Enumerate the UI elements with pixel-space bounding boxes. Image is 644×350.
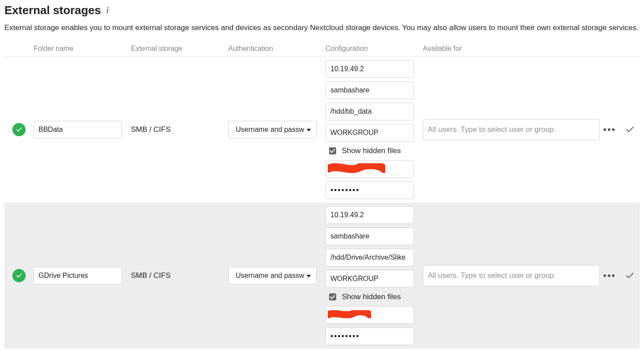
config-username-input[interactable] bbox=[326, 160, 414, 178]
config-share-input[interactable] bbox=[326, 81, 414, 99]
available-for-input[interactable] bbox=[423, 265, 600, 286]
ellipsis-icon: ••• bbox=[603, 125, 616, 135]
more-actions-button[interactable]: ••• bbox=[600, 120, 619, 139]
folder-name-input[interactable] bbox=[34, 267, 122, 285]
check-icon bbox=[625, 125, 635, 135]
available-for-input[interactable] bbox=[423, 119, 600, 140]
folder-name-input[interactable] bbox=[34, 121, 122, 138]
config-share-input[interactable] bbox=[326, 227, 414, 245]
auth-select[interactable]: Username and passw bbox=[228, 121, 317, 138]
col-auth: Authentication bbox=[228, 45, 326, 53]
config-host-input[interactable] bbox=[326, 60, 414, 78]
save-button[interactable] bbox=[620, 120, 640, 139]
page-title: External storages bbox=[4, 4, 101, 17]
config-domain-input[interactable] bbox=[326, 124, 414, 142]
show-hidden-checkbox[interactable] bbox=[329, 293, 336, 300]
more-actions-button[interactable]: ••• bbox=[600, 266, 619, 285]
save-button[interactable] bbox=[620, 266, 640, 285]
ellipsis-icon: ••• bbox=[603, 271, 616, 281]
storage-row: SMB / CIFS Username and passw Show hidde… bbox=[4, 57, 640, 203]
col-available: Available for bbox=[423, 45, 600, 53]
config-password-input[interactable]: •••••••• bbox=[326, 327, 414, 345]
config-password-input[interactable]: •••••••• bbox=[326, 181, 414, 199]
show-hidden-label: Show hidden files bbox=[342, 146, 401, 155]
page-subtitle: External storage enables you to mount ex… bbox=[4, 23, 640, 32]
status-ok-icon bbox=[12, 269, 26, 282]
auth-select[interactable]: Username and passw bbox=[228, 267, 317, 285]
config-subfolder-input[interactable] bbox=[326, 103, 414, 120]
status-ok-icon bbox=[12, 123, 26, 136]
column-headers: Folder name External storage Authenticat… bbox=[4, 42, 640, 57]
config-domain-input[interactable] bbox=[326, 270, 414, 288]
backend-label: SMB / CIFS bbox=[131, 269, 228, 282]
config-host-input[interactable] bbox=[326, 206, 414, 224]
config-subfolder-input[interactable] bbox=[326, 249, 414, 266]
info-icon[interactable]: i bbox=[106, 5, 109, 15]
col-backend: External storage bbox=[131, 45, 228, 53]
check-icon bbox=[625, 271, 635, 281]
show-hidden-checkbox[interactable] bbox=[329, 147, 336, 154]
col-folder: Folder name bbox=[34, 45, 131, 53]
config-username-input[interactable] bbox=[326, 306, 414, 324]
col-config: Configuration bbox=[326, 45, 423, 53]
show-hidden-label: Show hidden files bbox=[342, 292, 401, 301]
backend-label: SMB / CIFS bbox=[131, 123, 228, 136]
storage-row: SMB / CIFS Username and passw Show hidde… bbox=[4, 203, 640, 349]
